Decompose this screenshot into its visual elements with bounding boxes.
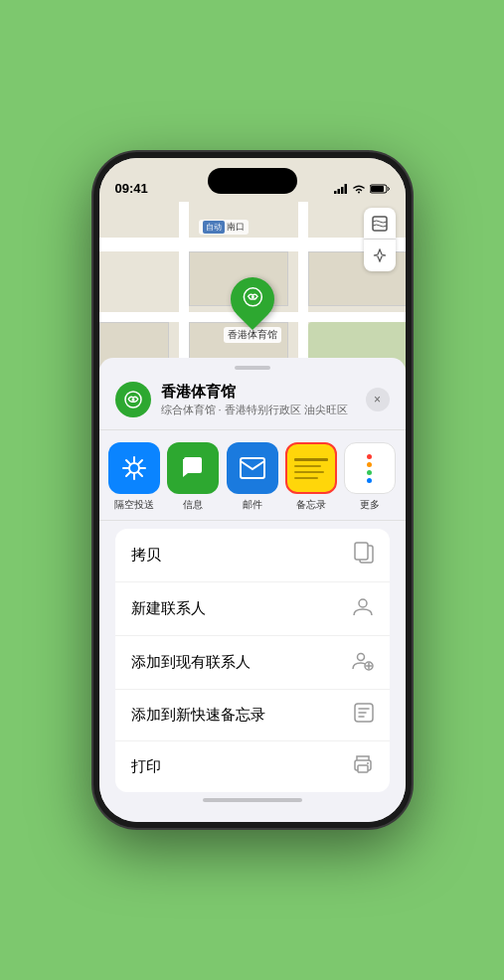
message-label: 信息	[183, 498, 203, 512]
venue-header: 香港体育馆 综合体育馆 · 香港特别行政区 油尖旺区 ×	[99, 378, 406, 430]
share-item-airdrop[interactable]: 隔空投送	[107, 442, 162, 512]
new-contact-icon	[352, 595, 374, 622]
wifi-icon	[352, 184, 366, 196]
action-add-contact[interactable]: 添加到现有联系人	[115, 636, 390, 690]
home-indicator	[203, 798, 302, 802]
venue-icon	[115, 382, 151, 417]
message-icon	[167, 442, 219, 494]
share-item-mail[interactable]: 邮件	[225, 442, 279, 512]
action-new-contact-label: 新建联系人	[131, 599, 206, 618]
action-add-contact-label: 添加到现有联系人	[131, 653, 251, 672]
svg-rect-3	[344, 184, 347, 194]
map-label: 自动 南口	[199, 220, 249, 235]
share-item-more[interactable]: 更多	[342, 442, 397, 512]
airdrop-icon	[108, 442, 160, 494]
svg-rect-5	[371, 186, 384, 192]
location-marker: 香港体育馆	[224, 277, 281, 343]
marker-pin	[221, 268, 282, 330]
map-label-box: 自动	[203, 221, 225, 234]
svg-rect-0	[334, 191, 337, 194]
add-contact-icon	[352, 649, 374, 676]
copy-icon	[354, 542, 374, 569]
mail-label: 邮件	[243, 498, 262, 512]
location-button[interactable]	[364, 240, 396, 271]
airdrop-label: 隔空投送	[114, 498, 154, 512]
svg-point-15	[359, 599, 367, 607]
svg-point-10	[131, 399, 134, 402]
map-type-button[interactable]	[364, 208, 396, 240]
more-icon	[344, 442, 396, 494]
action-quick-note-label: 添加到新快速备忘录	[131, 706, 265, 725]
svg-rect-20	[358, 765, 368, 772]
battery-icon	[370, 184, 390, 196]
venue-name: 香港体育馆	[161, 383, 356, 402]
quick-note-icon	[354, 703, 374, 728]
share-item-message[interactable]: 信息	[166, 442, 221, 512]
marker-inner	[242, 286, 263, 313]
notes-icon	[285, 442, 337, 494]
svg-rect-6	[373, 217, 387, 231]
action-print-label: 打印	[131, 757, 161, 776]
print-icon	[352, 754, 374, 779]
svg-point-21	[367, 762, 369, 764]
close-icon: ×	[374, 393, 381, 407]
dynamic-island	[208, 168, 297, 194]
action-copy-label: 拷贝	[131, 546, 161, 565]
map-controls	[364, 208, 396, 271]
svg-rect-14	[355, 543, 368, 560]
svg-point-8	[251, 295, 253, 298]
share-item-notes[interactable]: 备忘录	[283, 442, 338, 512]
mail-icon	[227, 442, 278, 494]
venue-info: 香港体育馆 综合体育馆 · 香港特别行政区 油尖旺区	[161, 383, 356, 417]
action-quick-note[interactable]: 添加到新快速备忘录	[115, 690, 390, 741]
svg-rect-2	[341, 187, 344, 194]
notes-label: 备忘录	[296, 498, 326, 512]
status-time: 09:41	[115, 181, 148, 196]
svg-rect-1	[337, 189, 340, 194]
phone-screen: 09:41	[99, 158, 406, 822]
svg-point-16	[357, 654, 364, 661]
venue-subtitle: 综合体育馆 · 香港特别行政区 油尖旺区	[161, 403, 356, 417]
signal-icon	[334, 184, 348, 196]
action-print[interactable]: 打印	[115, 741, 390, 792]
status-icons	[334, 184, 390, 196]
map-label-text: 南口	[227, 221, 245, 234]
bottom-sheet: 香港体育馆 综合体育馆 · 香港特别行政区 油尖旺区 ×	[99, 358, 406, 822]
action-list: 拷贝 新建联系人	[115, 529, 390, 792]
share-row: 隔空投送 信息	[99, 430, 406, 521]
close-button[interactable]: ×	[366, 388, 390, 411]
more-label: 更多	[360, 498, 380, 512]
action-copy[interactable]: 拷贝	[115, 529, 390, 582]
phone-frame: 09:41	[93, 152, 412, 828]
action-new-contact[interactable]: 新建联系人	[115, 582, 390, 636]
sheet-handle	[235, 366, 270, 370]
